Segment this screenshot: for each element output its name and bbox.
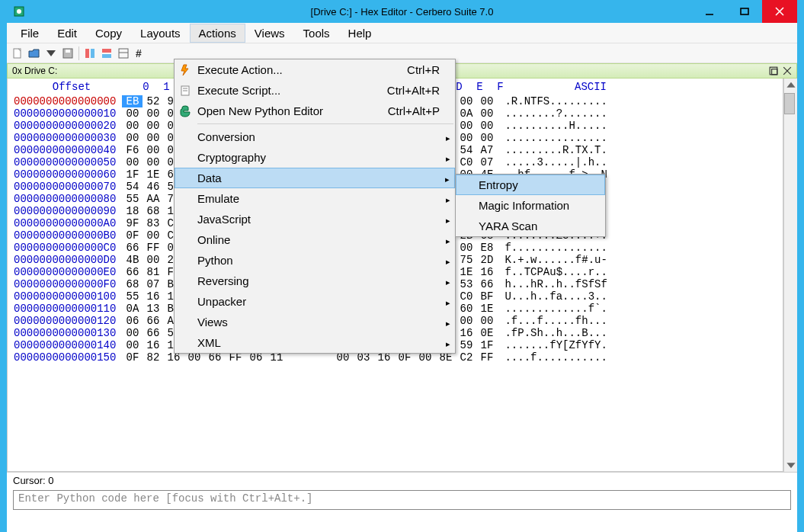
byte-cell[interactable]: 16 — [143, 290, 163, 303]
menu-edit[interactable]: Edit — [48, 24, 86, 43]
ascii-cell[interactable]: f............... — [505, 242, 607, 254]
menu-item-execute-script-[interactable]: Execute Script...Ctrl+Alt+R — [175, 80, 455, 101]
offset-cell[interactable]: 0000000000000140 — [8, 339, 122, 351]
menu-views[interactable]: Views — [245, 24, 294, 43]
byte-cell[interactable]: 4B — [122, 254, 143, 266]
offset-cell[interactable]: 0000000000000070 — [8, 181, 122, 193]
menu-item-python[interactable]: Python — [175, 250, 455, 271]
byte-cell[interactable]: 52 — [143, 95, 163, 107]
byte-cell[interactable]: 59 — [456, 339, 476, 351]
byte-cell[interactable]: 00 — [143, 144, 163, 156]
menu-file[interactable]: File — [11, 24, 48, 43]
offset-cell[interactable]: 0000000000000040 — [8, 144, 122, 156]
scroll-down-button[interactable] — [786, 460, 796, 470]
save-button[interactable] — [60, 46, 75, 61]
ascii-cell[interactable]: .fP.Sh..h...B... — [505, 327, 607, 339]
byte-cell[interactable]: 55 — [122, 290, 143, 303]
byte-cell[interactable]: 66 — [143, 327, 163, 339]
byte-cell[interactable]: 54 — [456, 144, 476, 156]
byte-cell[interactable]: 06 — [122, 315, 143, 327]
offset-cell[interactable]: 0000000000000080 — [8, 193, 122, 205]
ascii-cell[interactable]: h...hR..h..fSfSf — [505, 278, 607, 290]
panel-close-icon[interactable] — [783, 66, 792, 75]
submenu-item-yara-scan[interactable]: YARA Scan — [456, 216, 605, 236]
menu-item-online[interactable]: Online — [175, 229, 455, 250]
byte-cell[interactable]: 00 — [456, 315, 476, 327]
minimize-button[interactable] — [692, 0, 727, 23]
byte-cell[interactable]: 2D — [476, 254, 497, 266]
offset-cell[interactable]: 00000000000000C0 — [8, 242, 122, 254]
byte-cell[interactable]: 00 — [143, 254, 163, 266]
menu-tools[interactable]: Tools — [294, 24, 339, 43]
ascii-cell[interactable]: .R.NTFS......... — [505, 95, 607, 107]
byte-cell[interactable]: A7 — [476, 144, 497, 156]
byte-cell[interactable]: 1E — [456, 266, 476, 278]
offset-cell[interactable]: 0000000000000010 — [8, 107, 122, 120]
menu-item-open-new-python-editor[interactable]: Open New Python EditorCtrl+Alt+P — [175, 101, 455, 121]
submenu-item-magic-information[interactable]: Magic Information — [456, 195, 605, 216]
layout-1-button[interactable] — [82, 46, 98, 61]
byte-cell[interactable]: 00 — [476, 107, 497, 120]
byte-cell[interactable]: 00 — [122, 120, 143, 132]
byte-cell[interactable]: 0A — [122, 303, 143, 315]
byte-cell[interactable]: 07 — [476, 156, 497, 168]
offset-cell[interactable]: 0000000000000030 — [8, 132, 122, 144]
maximize-button[interactable] — [727, 0, 762, 23]
byte-cell[interactable]: 16 — [143, 339, 163, 351]
byte-cell[interactable]: F6 — [122, 144, 143, 156]
byte-cell[interactable]: 53 — [456, 278, 476, 290]
byte-cell[interactable]: 00 — [122, 156, 143, 168]
byte-cell[interactable]: 00 — [122, 327, 143, 339]
byte-cell[interactable]: C2 — [456, 351, 476, 364]
offset-cell[interactable]: 0000000000000110 — [8, 303, 122, 315]
byte-cell[interactable]: 00 — [476, 95, 497, 107]
byte-cell[interactable]: 66 — [122, 242, 143, 254]
byte-cell[interactable]: 66 — [476, 278, 497, 290]
byte-cell[interactable]: 16 — [476, 266, 497, 278]
byte-cell[interactable]: 0F — [122, 229, 143, 242]
byte-cell[interactable]: 18 — [122, 205, 143, 217]
menu-item-views[interactable]: Views — [175, 312, 455, 332]
byte-cell[interactable]: 00 — [456, 95, 476, 107]
ascii-cell[interactable]: .....3.....|.h.. — [505, 156, 607, 168]
menu-item-unpacker[interactable]: Unpacker — [175, 291, 455, 312]
byte-cell[interactable]: AA — [143, 193, 163, 205]
ascii-cell[interactable]: ....f........... — [505, 351, 607, 364]
byte-cell[interactable]: 1F — [476, 339, 497, 351]
byte-cell[interactable]: 00 — [143, 120, 163, 132]
byte-cell[interactable]: 68 — [122, 278, 143, 290]
byte-cell[interactable]: 00 — [476, 120, 497, 132]
byte-cell[interactable]: 07 — [143, 278, 163, 290]
byte-cell[interactable]: 1E — [143, 168, 163, 181]
byte-cell[interactable]: EB — [122, 95, 143, 107]
byte-cell[interactable]: 00 — [456, 132, 476, 144]
menu-copy[interactable]: Copy — [86, 24, 131, 43]
scroll-thumb[interactable] — [784, 93, 795, 114]
ascii-cell[interactable]: f..TCPAu$....r.. — [505, 266, 607, 278]
byte-cell[interactable]: 46 — [143, 181, 163, 193]
byte-cell[interactable]: 16 — [456, 327, 476, 339]
byte-cell[interactable]: 00 — [143, 229, 163, 242]
byte-cell[interactable]: 00 — [122, 132, 143, 144]
byte-cell[interactable]: 0F — [122, 351, 143, 364]
menu-help[interactable]: Help — [339, 24, 381, 43]
ascii-cell[interactable]: ........?....... — [505, 107, 607, 120]
byte-cell[interactable]: C0 — [456, 156, 476, 168]
ascii-cell[interactable]: .........R.TX.T. — [505, 144, 607, 156]
byte-cell[interactable]: 00 — [476, 132, 497, 144]
menu-layouts[interactable]: Layouts — [131, 24, 190, 43]
menu-actions[interactable]: Actions — [190, 24, 245, 43]
byte-cell[interactable]: 9F — [122, 217, 143, 229]
offset-cell[interactable]: 0000000000000090 — [8, 205, 122, 217]
hash-button[interactable]: # — [133, 46, 148, 61]
scroll-up-button[interactable] — [786, 80, 796, 91]
byte-cell[interactable]: 00 — [456, 242, 476, 254]
offset-cell[interactable]: 0000000000000000 — [8, 95, 122, 107]
byte-cell[interactable]: 66 — [122, 266, 143, 278]
offset-cell[interactable]: 0000000000000150 — [8, 351, 122, 364]
menu-item-reversing[interactable]: Reversing — [175, 271, 455, 291]
byte-cell[interactable]: 55 — [122, 193, 143, 205]
byte-cell[interactable]: 75 — [456, 254, 476, 266]
byte-cell[interactable]: 68 — [143, 205, 163, 217]
byte-cell[interactable]: 13 — [143, 303, 163, 315]
